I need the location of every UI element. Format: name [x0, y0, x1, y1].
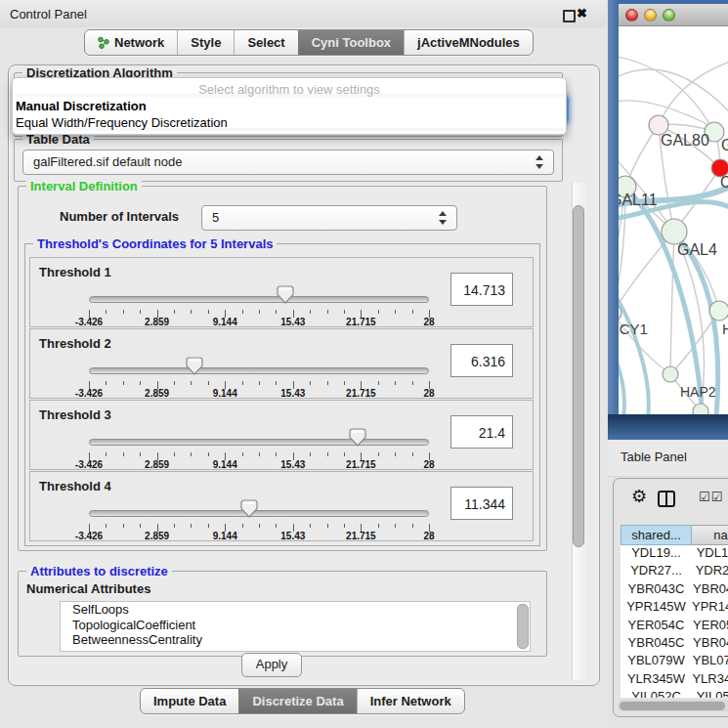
- table-row[interactable]: YDL19...YDL19...: [621, 545, 728, 563]
- attribute-list-item[interactable]: TopologicalCoefficient: [61, 618, 530, 633]
- attribute-list-item[interactable]: BetweennessCentrality: [61, 632, 530, 648]
- algorithm-hint-option[interactable]: Select algorithm to view settings: [13, 82, 566, 97]
- slider-tick: [259, 524, 260, 528]
- cell-shared-name[interactable]: YDR27...: [621, 563, 692, 580]
- network-node-label: GAL11: [619, 192, 658, 208]
- column-header-name[interactable]: na: [692, 525, 728, 545]
- slider-tick-label: 2.859: [145, 317, 169, 327]
- tab-infer-network[interactable]: Infer Network: [357, 689, 464, 713]
- cell-name[interactable]: YBL079W: [692, 653, 728, 670]
- tab-cyni-toolbox[interactable]: Cyni Toolbox: [298, 30, 404, 55]
- zoom-light-icon[interactable]: [663, 9, 675, 21]
- cell-name[interactable]: YBR043C: [692, 581, 728, 599]
- table-row[interactable]: YBR045CYBR045C: [621, 635, 728, 653]
- network-edge[interactable]: [619, 232, 674, 313]
- close-light-icon[interactable]: [625, 9, 638, 21]
- cell-name[interactable]: YDL19...: [692, 545, 728, 563]
- close-icon[interactable]: ✖: [577, 6, 587, 21]
- cell-shared-name[interactable]: YBR045C: [621, 635, 692, 653]
- cell-name[interactable]: YDR27...: [692, 563, 728, 580]
- threshold-slider-thumb[interactable]: [349, 428, 366, 448]
- cell-name[interactable]: YPR145W: [692, 599, 728, 617]
- threshold-slider-track[interactable]: [89, 296, 429, 303]
- slider-tick: [259, 381, 260, 385]
- algorithm-option-equal-width[interactable]: Equal Width/Frequency Discretization: [16, 115, 228, 130]
- cell-name[interactable]: YER054C: [692, 618, 728, 635]
- network-canvas[interactable]: GAL80GACGAL11GAL4GCY1HHAP2: [619, 26, 728, 414]
- table-row[interactable]: YER054CYER054C: [621, 618, 728, 635]
- tab-jactivemnodules[interactable]: jActiveMNodules: [404, 30, 533, 55]
- apply-button[interactable]: Apply: [241, 653, 302, 677]
- network-edge-highlighted[interactable]: [619, 341, 624, 414]
- network-node[interactable]: [693, 404, 708, 414]
- network-edge[interactable]: [619, 69, 728, 112]
- cell-shared-name[interactable]: YER054C: [621, 618, 692, 635]
- tab-network[interactable]: Network: [85, 30, 177, 55]
- threshold-value-field[interactable]: 14.713: [450, 273, 513, 306]
- split-pane-icon[interactable]: [658, 491, 675, 507]
- threshold-slider-track[interactable]: [89, 367, 429, 374]
- cell-shared-name[interactable]: YPR145W: [621, 599, 692, 617]
- network-node[interactable]: [709, 301, 728, 321]
- threshold-slider-thumb[interactable]: [240, 499, 258, 519]
- slider-tick: [242, 524, 243, 528]
- cell-shared-name[interactable]: YLR345W: [621, 671, 692, 689]
- table-row[interactable]: YBR043CYBR043C: [621, 581, 728, 599]
- network-window-titlebar[interactable]: [619, 4, 728, 26]
- threshold-label: Threshold 4: [39, 479, 111, 493]
- cyni-toolbox-content: Discretization Algorithm Select algorith…: [8, 64, 600, 686]
- network-edge[interactable]: [670, 232, 674, 374]
- numerical-attributes-list[interactable]: SelfLoopsTopologicalCoefficientBetweenne…: [60, 601, 531, 652]
- cell-shared-name[interactable]: YDL19...: [621, 545, 692, 563]
- table-hscrollbar-track[interactable]: [618, 700, 728, 711]
- slider-tick: [310, 452, 311, 456]
- table-row[interactable]: YDR27...YDR27...: [621, 563, 728, 580]
- attribute-list-item[interactable]: SelfLoops: [61, 602, 530, 618]
- threshold-slider-track[interactable]: [89, 510, 429, 517]
- slider-tick: [174, 381, 175, 385]
- table-row[interactable]: YLR345WYLR345W: [621, 671, 728, 689]
- table-data-combobox-value: galFiltered.sif default node: [33, 154, 182, 169]
- cell-name[interactable]: YLR345W: [692, 671, 728, 689]
- threshold-value-field[interactable]: 11.344: [450, 487, 513, 520]
- table-row[interactable]: YBL079WYBL079W: [621, 653, 728, 670]
- interval-definition-group: Interval Definition Number of Intervals …: [18, 186, 547, 551]
- threshold-slider-thumb[interactable]: [277, 285, 294, 305]
- tab-style[interactable]: Style: [177, 30, 234, 55]
- table-hscrollbar-thumb[interactable]: [620, 702, 725, 710]
- threshold-slider-thumb[interactable]: [186, 357, 203, 376]
- number-of-intervals-combobox[interactable]: 5: [201, 205, 457, 231]
- slider-tick-label: 2.859: [145, 459, 169, 470]
- table-row[interactable]: YIL052CYIL052C: [621, 689, 728, 698]
- network-edge[interactable]: [659, 62, 728, 125]
- cell-shared-name[interactable]: YBL079W: [621, 653, 692, 670]
- slider-tick: [208, 452, 209, 456]
- threshold-slider-track[interactable]: [89, 439, 429, 446]
- cell-name[interactable]: YIL052C: [692, 689, 728, 698]
- algorithm-dropdown-popup: Select algorithm to view settings Manual…: [12, 77, 567, 135]
- threshold-value-field[interactable]: 6.316: [450, 344, 513, 377]
- cell-shared-name[interactable]: YIL052C: [621, 689, 692, 698]
- tab-discretize-data[interactable]: Discretize Data: [238, 689, 356, 713]
- minimize-light-icon[interactable]: [644, 9, 657, 21]
- algorithm-option-manual[interactable]: Manual Discretization: [16, 99, 147, 113]
- table-data-combobox[interactable]: galFiltered.sif default node: [22, 150, 554, 175]
- cell-name[interactable]: YBR045C: [692, 635, 728, 653]
- cell-shared-name[interactable]: YBR043C: [621, 581, 692, 599]
- content-scrollbar-thumb[interactable]: [573, 205, 584, 547]
- column-header-shared-name[interactable]: shared...: [621, 525, 692, 545]
- select-checks-icon[interactable]: ☑☑: [699, 490, 723, 504]
- slider-tick-label: 21.715: [346, 317, 376, 327]
- threshold-value-field[interactable]: 21.4: [450, 415, 513, 449]
- slider-tick-label: 15.43: [280, 531, 305, 541]
- network-node[interactable]: [663, 366, 678, 382]
- float-window-icon[interactable]: [563, 10, 576, 22]
- tab-select[interactable]: Select: [234, 30, 297, 55]
- network-node-label: GCY1: [619, 321, 648, 337]
- table-row[interactable]: YPR145WYPR145W: [621, 599, 728, 617]
- slider-tick: [310, 524, 311, 528]
- tab-impute-data[interactable]: Impute Data: [141, 689, 238, 713]
- attributes-list-scrollbar[interactable]: [517, 604, 529, 649]
- slider-tick: [191, 381, 192, 385]
- gear-icon[interactable]: ⚙: [631, 488, 647, 505]
